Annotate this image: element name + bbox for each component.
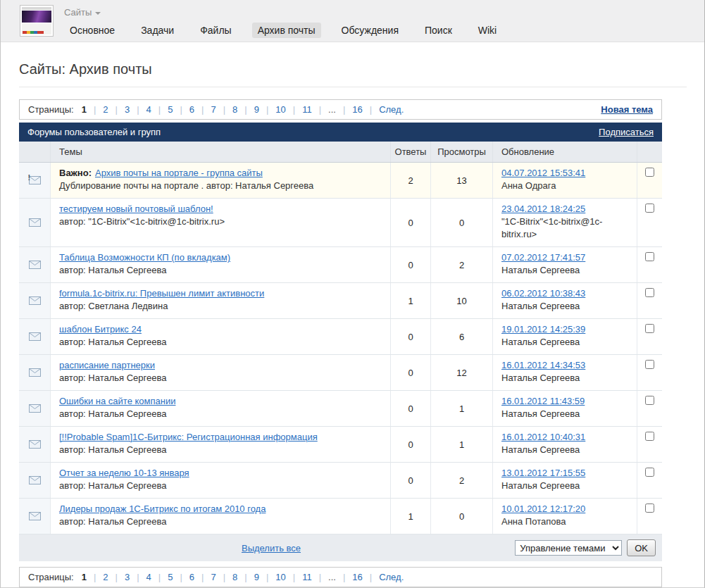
page-link[interactable]: 10 [275,104,285,115]
topic-cell: Ошибки на сайте компании автор: Наталья … [51,391,391,426]
topic-link[interactable]: Архив почты на портале - группа сайты [95,168,263,178]
pagination-ellipsis: ... [328,104,336,115]
page-link[interactable]: 8 [232,572,237,582]
last-post-date-link[interactable]: 06.02.2012 10:38:43 [501,288,585,299]
envelope-icon [29,368,41,377]
topic-action-select[interactable]: Управление темами [515,540,622,556]
page-link[interactable]: 9 [254,104,259,115]
topic-icon-cell [19,163,51,198]
last-poster-name: Анна Одрага [501,180,631,192]
tab-item[interactable]: Файлы [194,23,237,38]
next-page-link[interactable]: След. [379,572,404,582]
page-link[interactable]: 3 [125,104,130,115]
site-dropdown[interactable]: Сайты [64,7,502,18]
checkbox-cell [637,499,662,534]
page-link[interactable]: 3 [125,572,130,582]
checkbox-cell [637,463,662,498]
pagination-separator: | [201,572,204,582]
column-header-topics: Темы [51,142,391,162]
topic-link[interactable]: [!!Probable Spam]1С-Битрикс: Регистрацио… [59,432,318,442]
tab-item[interactable]: Архив почты [252,23,321,38]
page-link[interactable]: 4 [146,572,151,582]
tab-item[interactable]: Обсуждения [336,23,404,38]
checkbox-cell [637,319,662,354]
last-post-date-link[interactable]: 19.01.2012 14:25:39 [501,324,585,334]
topic-checkbox[interactable] [645,468,654,477]
table-footer-bar: Выделить все Управление темами OK [19,534,662,561]
topic-checkbox[interactable] [645,324,654,333]
page-link[interactable]: 11 [302,104,312,115]
views-count: 2 [431,463,493,498]
checkbox-cell [637,355,662,390]
envelope-icon [29,261,41,269]
page-link[interactable]: 5 [168,104,173,115]
column-header-updated: Обновление [493,142,637,162]
topic-link[interactable]: расписание партнерки [59,360,155,370]
page-link[interactable]: 7 [211,104,216,115]
topic-checkbox[interactable] [645,503,654,513]
page-link[interactable]: 6 [189,104,194,115]
envelope-icon [29,332,41,341]
topic-checkbox[interactable] [645,432,654,441]
last-post-date-link[interactable]: 23.04.2012 18:24:25 [501,204,585,214]
replies-count: 0 [391,247,431,282]
page-link[interactable]: 4 [146,104,151,115]
checkbox-cell [637,283,662,318]
page-link[interactable]: 5 [168,572,173,582]
last-post-date-link[interactable]: 04.07.2012 15:53:41 [501,168,585,178]
views-count: 12 [431,355,493,390]
topic-link[interactable]: Таблица Возможности КП (по вкладкам) [59,252,230,263]
topic-checkbox[interactable] [645,204,654,213]
last-poster-name: "1C-Bitrix"<1c-bitrix@1c-bitrix.ru> [501,215,631,241]
page-link[interactable]: 16 [352,104,362,115]
topic-checkbox[interactable] [645,252,654,261]
topic-checkbox[interactable] [645,168,654,177]
topic-link[interactable]: Лидеры продаж 1С-Битрикс по итогам 2010 … [59,503,266,514]
topic-link[interactable]: Ошибки на сайте компании [59,396,175,406]
checkbox-cell [637,427,662,462]
pagination-separator: | [137,104,139,115]
page-link[interactable]: 11 [302,572,312,582]
pagination-separator: | [201,104,204,115]
select-all-link[interactable]: Выделить все [242,543,301,553]
current-page: 1 [82,104,87,115]
page-link[interactable]: 8 [232,104,237,115]
tab-item[interactable]: Поиск [419,23,458,38]
last-post-date-link[interactable]: 07.02.2012 17:41:57 [501,252,585,263]
page-link[interactable]: 6 [189,572,194,582]
tab-item[interactable]: Wiki [473,23,502,38]
topic-checkbox[interactable] [645,360,654,369]
last-post-date-link[interactable]: 16.01.2012 11:43:59 [501,396,585,406]
new-topic-link[interactable]: Новая тема [601,104,653,115]
checkbox-cell [637,247,662,282]
next-page-link[interactable]: След. [379,104,404,115]
page-link[interactable]: 10 [275,572,285,582]
last-post-date-link[interactable]: 16.01.2012 10:40:31 [501,432,585,442]
last-post-date-link[interactable]: 13.01.2012 17:15:55 [501,468,585,478]
pagination-separator: | [94,572,96,582]
topic-link[interactable]: тестируем новый почтовый шаблон! [59,204,213,214]
subscribe-link[interactable]: Подписаться [599,127,654,137]
tab-item[interactable]: Задачи [135,23,180,38]
page-link[interactable]: 16 [352,572,362,582]
ok-button[interactable]: OK [627,539,656,556]
replies-count: 2 [391,163,431,198]
site-dropdown-label: Сайты [64,7,92,18]
main-content: Сайты: Архив почты Страницы:1|2|3|4|5|6|… [19,61,662,588]
topic-link[interactable]: formula.1c-bitrix.ru: Превышен лимит акт… [59,288,264,299]
topic-checkbox[interactable] [645,396,654,405]
topic-author: автор: Наталья Сергеева [59,480,382,492]
site-logo[interactable] [20,5,54,37]
topic-link[interactable]: шаблон Битрикс 24 [59,324,142,334]
last-post-date-link[interactable]: 10.01.2012 12:17:20 [501,503,585,514]
envelope-icon [29,176,41,184]
tab-item[interactable]: Основное [64,23,120,38]
last-post-date-link[interactable]: 16.01.2012 14:34:53 [501,360,585,370]
page-link[interactable]: 2 [103,572,108,582]
page-link[interactable]: 9 [254,572,259,582]
page-link[interactable]: 7 [211,572,216,582]
page-link[interactable]: 2 [103,104,108,115]
updated-cell: 04.07.2012 15:53:41 Анна Одрага [493,163,637,198]
topic-checkbox[interactable] [645,288,654,297]
topic-link[interactable]: Отчет за неделю 10-13 января [59,468,189,478]
